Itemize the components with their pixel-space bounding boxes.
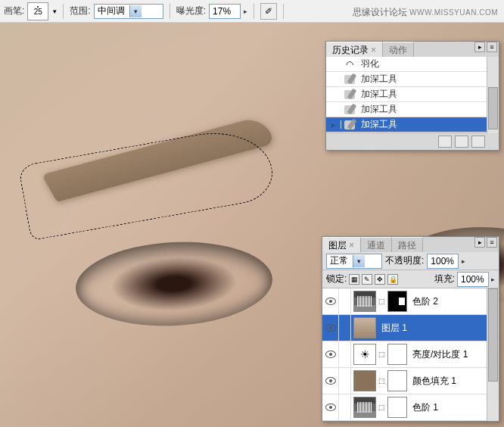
chevron-down-icon: ▾ <box>353 255 365 267</box>
layers-panel-tabs: 图层× 通道 路径 ▸ ≡ <box>322 237 499 252</box>
layer-name: 色阶 2 <box>409 295 499 308</box>
tab-history[interactable]: 历史记录× <box>326 42 383 57</box>
tab-actions[interactable]: 动作 <box>383 42 414 57</box>
exposure-label: 曝光度: <box>176 5 206 17</box>
layers-lock-row: 锁定: ▦ ✎ ✥ 🔒 填充: 100% ▸ <box>322 270 499 288</box>
history-item[interactable]: 加深工具 <box>326 87 499 102</box>
link-col[interactable] <box>339 315 351 341</box>
history-item[interactable]: ▹ 加深工具 <box>326 117 499 132</box>
layer-name: 色阶 1 <box>409 401 499 414</box>
burn-tool-icon <box>341 75 358 84</box>
link-icon: ⬚ <box>378 377 385 385</box>
fill-input[interactable]: 100% <box>457 272 489 287</box>
lock-label: 锁定: <box>326 273 347 285</box>
close-icon[interactable]: × <box>349 240 354 251</box>
link-col[interactable] <box>339 341 351 367</box>
history-panel: 历史记录× 动作 ▸ ≡ ◠ 羽化 加深工具 加深工具 加深工具 ▹ <box>325 41 499 151</box>
blend-mode-select[interactable]: 正常 ▾ <box>326 254 382 269</box>
exposure-input[interactable]: 17% <box>209 4 241 19</box>
panel-menu-icon[interactable]: ≡ <box>487 237 497 248</box>
layer-name: 亮度/对比度 1 <box>409 348 499 361</box>
tab-layers[interactable]: 图层× <box>322 237 361 252</box>
link-col[interactable] <box>339 288 351 314</box>
fill-arrow-icon[interactable]: ▸ <box>491 276 495 283</box>
mask-thumbnail[interactable] <box>387 370 407 391</box>
mask-thumbnail[interactable] <box>387 344 407 365</box>
layer-row[interactable]: ⬚ 色阶 1 <box>322 394 499 421</box>
panel-menu-icon[interactable]: ≡ <box>487 42 497 52</box>
burn-tool-icon <box>341 120 358 129</box>
chevron-down-icon: ▾ <box>129 5 142 17</box>
panel-menu-icon[interactable]: ▸ <box>474 237 485 248</box>
history-footer <box>326 132 499 150</box>
layer-row[interactable]: ⬚ 色阶 2 <box>322 288 499 315</box>
history-scrollbar[interactable] <box>487 57 499 133</box>
visibility-icon[interactable] <box>325 377 336 385</box>
layers-panel: 图层× 通道 路径 ▸ ≡ 正常 ▾ 不透明度: 100% ▸ 锁定: ▦ ✎ … <box>322 236 499 422</box>
exposure-value: 17% <box>213 6 231 17</box>
trash-icon[interactable] <box>471 136 485 148</box>
divider <box>283 4 284 19</box>
layer-name: 颜色填充 1 <box>409 375 499 388</box>
colorfill-thumbnail[interactable] <box>353 370 376 391</box>
tab-channels[interactable]: 通道 <box>361 237 392 252</box>
link-icon: ⬚ <box>378 351 385 358</box>
mask-thumbnail[interactable] <box>387 291 407 312</box>
lock-transparency-icon[interactable]: ▦ <box>349 274 359 285</box>
divider <box>254 4 254 19</box>
lock-all-icon[interactable]: 🔒 <box>387 274 398 285</box>
exposure-arrow-icon[interactable]: ▸ <box>244 8 247 15</box>
tab-paths[interactable]: 路径 <box>392 237 423 252</box>
history-brush-arrow-icon: ▹ <box>326 120 341 129</box>
layer-name: 图层 1 <box>378 322 499 335</box>
range-select[interactable]: 中间调 ▾ <box>94 4 163 19</box>
link-col[interactable] <box>339 368 351 394</box>
watermark: 思缘设计论坛 WWW.MISSYUAN.COM <box>353 6 498 19</box>
brush-dropdown-arrow-icon[interactable]: ▾ <box>53 8 57 15</box>
lock-position-icon[interactable]: ✥ <box>375 274 385 285</box>
watermark-text: 思缘设计论坛 <box>353 7 407 17</box>
layer-row[interactable]: ☀ ⬚ 亮度/对比度 1 <box>322 341 499 368</box>
burn-tool-icon <box>341 105 358 114</box>
history-item[interactable]: ◠ 羽化 <box>326 57 499 72</box>
brightness-thumbnail[interactable]: ☀ <box>353 344 376 365</box>
layers-list: ⬚ 色阶 2 图层 1 ☀ ⬚ 亮度/对比度 1 ⬚ 颜色填充 1 <box>322 288 499 421</box>
opacity-input[interactable]: 100% <box>427 254 459 269</box>
visibility-icon[interactable] <box>325 404 336 411</box>
create-document-icon[interactable] <box>438 136 452 148</box>
levels-thumbnail[interactable] <box>353 397 376 418</box>
new-snapshot-icon[interactable] <box>455 136 468 148</box>
lock-pixels-icon[interactable]: ✎ <box>362 274 372 285</box>
burn-tool-icon <box>341 90 358 99</box>
airbrush-icon[interactable]: ✐ <box>260 3 277 20</box>
link-icon: ⬚ <box>378 404 385 411</box>
opacity-arrow-icon[interactable]: ▸ <box>462 257 465 265</box>
history-item[interactable]: 加深工具 <box>326 102 499 117</box>
layer-row[interactable]: ⬚ 颜色填充 1 <box>322 368 499 394</box>
levels-thumbnail[interactable] <box>353 291 376 312</box>
history-item[interactable]: 加深工具 <box>326 72 499 87</box>
range-label: 范围: <box>70 5 90 17</box>
brush-label: 画笔: <box>4 5 24 17</box>
divider <box>170 4 170 19</box>
brush-preview[interactable]: 25 <box>27 2 48 20</box>
fill-label: 填充: <box>434 273 455 285</box>
history-panel-tabs: 历史记录× 动作 ▸ ≡ <box>326 42 499 57</box>
panel-menu-icon[interactable]: ▸ <box>474 42 485 52</box>
brush-size-value: 25 <box>34 8 42 16</box>
visibility-icon[interactable] <box>325 324 336 332</box>
history-list: ◠ 羽化 加深工具 加深工具 加深工具 ▹ 加深工具 <box>326 57 499 132</box>
layers-scrollbar[interactable] <box>487 288 499 421</box>
watermark-url: WWW.MISSYUAN.COM <box>409 8 498 17</box>
visibility-icon[interactable] <box>325 298 336 305</box>
layer-row[interactable]: 图层 1 <box>322 315 499 341</box>
mask-thumbnail[interactable] <box>387 397 407 418</box>
visibility-icon[interactable] <box>325 351 336 358</box>
link-col[interactable] <box>339 394 351 420</box>
close-icon[interactable]: × <box>371 45 376 55</box>
feather-icon: ◠ <box>341 59 358 70</box>
link-icon: ⬚ <box>378 298 385 305</box>
layers-options-row: 正常 ▾ 不透明度: 100% ▸ <box>322 252 499 270</box>
layer-thumbnail[interactable] <box>353 317 376 338</box>
divider <box>63 4 64 19</box>
